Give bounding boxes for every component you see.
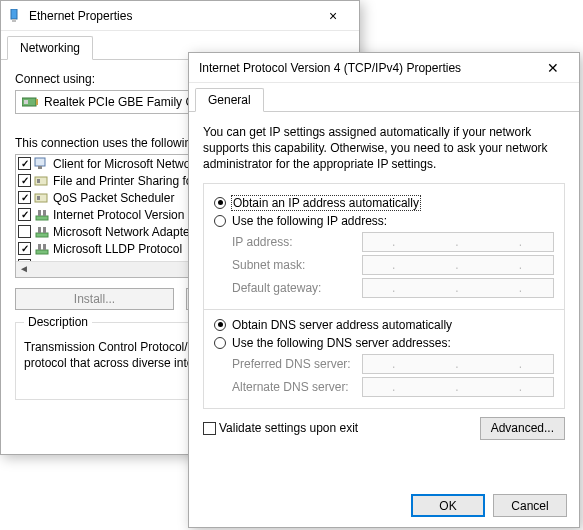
radio-icon <box>214 215 226 227</box>
svg-rect-10 <box>37 196 40 200</box>
radio-ip-manual[interactable]: Use the following IP address: <box>214 214 554 228</box>
svg-rect-19 <box>43 244 46 250</box>
nic-icon <box>22 94 38 110</box>
list-item-label: Internet Protocol Version <box>53 208 184 222</box>
svg-rect-0 <box>11 9 17 19</box>
alternate-dns-label: Alternate DNS server: <box>232 380 362 394</box>
ok-button[interactable]: OK <box>411 494 485 517</box>
list-item-label: File and Printer Sharing fo <box>53 174 192 188</box>
install-button[interactable]: Install... <box>15 288 174 310</box>
advanced-button[interactable]: Advanced... <box>480 417 565 440</box>
checkbox-icon[interactable] <box>18 242 31 255</box>
default-gateway-input[interactable]: ... <box>362 278 554 298</box>
list-item-label: QoS Packet Scheduler <box>53 191 174 205</box>
default-gateway-row: Default gateway: ... <box>232 278 554 298</box>
svg-rect-3 <box>24 100 28 104</box>
checkbox-icon[interactable] <box>18 157 31 170</box>
alternate-dns-row: Alternate DNS server: ... <box>232 377 554 397</box>
checkbox-icon[interactable] <box>18 191 31 204</box>
service-icon <box>34 190 50 206</box>
radio-dns-manual[interactable]: Use the following DNS server addresses: <box>214 336 554 350</box>
radio-icon <box>214 337 226 349</box>
radio-ip-auto-label: Obtain an IP address automatically <box>232 196 420 210</box>
adapter-name: Realtek PCIe GBE Family C <box>44 95 194 109</box>
dns-settings-group: Obtain DNS server address automatically … <box>203 310 565 409</box>
titlebar[interactable]: Ethernet Properties × <box>1 1 359 31</box>
preferred-dns-label: Preferred DNS server: <box>232 357 362 371</box>
ip-address-row: IP address: ... <box>232 232 554 252</box>
checkbox-icon[interactable] <box>18 174 31 187</box>
titlebar[interactable]: Internet Protocol Version 4 (TCP/IPv4) P… <box>189 53 579 83</box>
radio-dns-manual-label: Use the following DNS server addresses: <box>232 336 451 350</box>
description-legend: Description <box>24 315 92 329</box>
svg-rect-14 <box>36 233 48 237</box>
list-item-label: Client for Microsoft Netwo <box>53 157 190 171</box>
window-title: Internet Protocol Version 4 (TCP/IPv4) P… <box>195 61 533 75</box>
svg-rect-11 <box>36 216 48 220</box>
proto-icon <box>34 224 50 240</box>
proto-icon <box>34 207 50 223</box>
svg-rect-1 <box>12 19 16 22</box>
radio-dns-auto[interactable]: Obtain DNS server address automatically <box>214 318 554 332</box>
list-item-label: Microsoft Network Adapte <box>53 225 190 239</box>
scroll-left-icon[interactable]: ◄ <box>16 262 32 278</box>
close-icon[interactable]: ✕ <box>533 60 573 76</box>
preferred-dns-row: Preferred DNS server: ... <box>232 354 554 374</box>
default-gateway-label: Default gateway: <box>232 281 362 295</box>
svg-rect-5 <box>35 158 45 166</box>
window-title: Ethernet Properties <box>25 9 313 23</box>
radio-dns-auto-label: Obtain DNS server address automatically <box>232 318 452 332</box>
radio-icon <box>214 197 226 209</box>
subnet-mask-input[interactable]: ... <box>362 255 554 275</box>
svg-rect-6 <box>38 166 42 169</box>
alternate-dns-input[interactable]: ... <box>362 377 554 397</box>
preferred-dns-input[interactable]: ... <box>362 354 554 374</box>
ip-address-input[interactable]: ... <box>362 232 554 252</box>
svg-rect-8 <box>37 179 40 183</box>
svg-rect-12 <box>38 210 41 216</box>
ipv4-properties-window: Internet Protocol Version 4 (TCP/IPv4) P… <box>188 52 580 528</box>
cancel-button[interactable]: Cancel <box>493 494 567 517</box>
radio-icon <box>214 319 226 331</box>
tabstrip: General <box>189 83 579 112</box>
validate-label: Validate settings upon exit <box>219 421 358 435</box>
svg-rect-9 <box>35 194 47 202</box>
checkbox-icon <box>203 422 216 435</box>
close-icon[interactable]: × <box>313 8 353 24</box>
svg-rect-4 <box>36 99 38 105</box>
svg-rect-13 <box>43 210 46 216</box>
svg-rect-18 <box>38 244 41 250</box>
tab-general[interactable]: General <box>195 88 264 112</box>
list-item-label: Microsoft LLDP Protocol <box>53 242 182 256</box>
ip-settings-group: Obtain an IP address automatically Use t… <box>203 183 565 310</box>
checkbox-icon[interactable] <box>18 225 31 238</box>
service-icon <box>34 173 50 189</box>
svg-rect-17 <box>36 250 48 254</box>
subnet-mask-label: Subnet mask: <box>232 258 362 272</box>
ip-address-label: IP address: <box>232 235 362 249</box>
subnet-mask-row: Subnet mask: ... <box>232 255 554 275</box>
proto-icon <box>34 241 50 257</box>
ethernet-icon <box>7 9 21 23</box>
svg-rect-15 <box>38 227 41 233</box>
radio-ip-manual-label: Use the following IP address: <box>232 214 387 228</box>
validate-checkbox[interactable]: Validate settings upon exit <box>203 421 358 435</box>
svg-rect-16 <box>43 227 46 233</box>
svg-rect-7 <box>35 177 47 185</box>
client-icon <box>34 156 50 172</box>
tab-networking[interactable]: Networking <box>7 36 93 60</box>
radio-ip-auto[interactable]: Obtain an IP address automatically <box>214 196 554 210</box>
info-text: You can get IP settings assigned automat… <box>203 124 565 173</box>
checkbox-icon[interactable] <box>18 208 31 221</box>
